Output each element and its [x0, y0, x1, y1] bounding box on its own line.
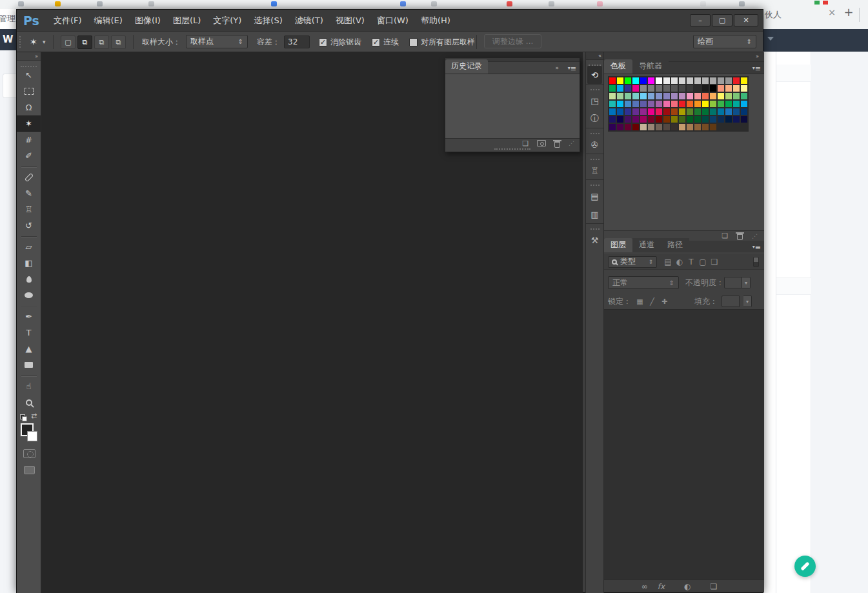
color-swatch[interactable] — [725, 92, 732, 100]
color-swatch[interactable] — [632, 108, 640, 116]
new-snapshot-icon[interactable] — [537, 140, 546, 146]
color-swatch[interactable] — [732, 77, 740, 85]
panel-tab[interactable]: 路径 — [661, 238, 689, 252]
menu-item[interactable]: 滤镜(T) — [295, 15, 323, 26]
color-swatch[interactable] — [624, 77, 632, 85]
new-selection-button[interactable]: ▢ — [61, 35, 76, 49]
default-colors-icon[interactable] — [20, 414, 26, 420]
color-swatch[interactable] — [701, 77, 709, 85]
bookmark-favicon[interactable] — [18, 1, 24, 6]
type-tool[interactable]: T — [17, 325, 41, 341]
color-swatch[interactable] — [671, 108, 678, 116]
color-swatch[interactable] — [655, 123, 663, 131]
bookmark-favicon[interactable] — [549, 1, 554, 6]
checkbox-icon[interactable]: ✓ — [319, 38, 327, 46]
3d-properties-panel-icon[interactable]: ◳ — [586, 92, 603, 110]
tool-button[interactable] — [17, 164, 41, 169]
option-checkbox[interactable]: ✓ 消除锯齿 — [319, 37, 361, 48]
color-swatch[interactable] — [616, 92, 624, 100]
eyedropper-tool[interactable]: ✐ — [17, 148, 41, 164]
color-swatch[interactable] — [732, 85, 740, 92]
dock-panel-icon[interactable] — [586, 128, 603, 136]
opacity-caret-icon[interactable]: ▾ — [742, 277, 751, 288]
color-swatch[interactable] — [624, 116, 632, 123]
filter-smart-objects-icon[interactable]: ❏ — [709, 257, 720, 266]
color-swatch[interactable] — [663, 116, 671, 123]
color-swatch[interactable] — [686, 77, 694, 85]
fill-caret-icon[interactable]: ▾ — [743, 296, 752, 307]
link-layers-icon[interactable]: ∞ — [641, 582, 648, 591]
color-swatch[interactable] — [640, 85, 647, 92]
layer-style-icon[interactable]: fx — [658, 582, 665, 591]
lock-transparent-pixels-icon[interactable]: ▦ — [635, 297, 645, 306]
color-swatch[interactable] — [640, 92, 647, 100]
color-swatch[interactable] — [616, 108, 624, 116]
color-swatch[interactable] — [701, 92, 709, 100]
color-swatch[interactable] — [717, 85, 725, 92]
color-swatch[interactable] — [709, 123, 717, 131]
options-grip[interactable] — [19, 36, 22, 48]
paint-bucket-tool[interactable]: ◧ — [17, 255, 41, 271]
panel-tab[interactable]: 图层 — [604, 238, 632, 252]
dock-panel-icon[interactable] — [586, 154, 603, 161]
color-swatch[interactable] — [740, 85, 748, 92]
color-swatch[interactable] — [709, 85, 717, 92]
color-swatch[interactable] — [709, 100, 717, 108]
color-swatch[interactable] — [740, 92, 748, 100]
color-swatch[interactable] — [632, 123, 640, 131]
opacity-input[interactable] — [724, 277, 742, 288]
screen-mode-button[interactable] — [24, 466, 35, 474]
color-swatch[interactable] — [640, 108, 647, 116]
resize-grip-icon[interactable]: ⋰ — [569, 140, 574, 146]
checkbox-icon[interactable]: ✓ — [372, 38, 380, 46]
refine-edge-button[interactable]: 调整边缘 ... — [484, 34, 541, 48]
color-swatch[interactable] — [640, 116, 647, 123]
color-swatch[interactable] — [732, 108, 740, 116]
color-swatch[interactable] — [694, 123, 701, 131]
color-swatch[interactable] — [678, 123, 686, 131]
blend-mode-dropdown[interactable]: 正常 ⇕ — [608, 276, 679, 289]
panel-tab[interactable]: 通道 — [632, 238, 661, 252]
color-swatch[interactable] — [616, 116, 624, 123]
color-swatch[interactable] — [686, 100, 694, 108]
bookmark-favicon[interactable] — [739, 1, 745, 6]
filter-pixel-layers-icon[interactable]: ▤ — [662, 257, 674, 266]
color-swatch[interactable] — [632, 92, 640, 100]
color-swatch[interactable] — [655, 77, 663, 85]
layer-filter-toggle[interactable] — [753, 257, 759, 267]
color-swatch[interactable] — [686, 108, 694, 116]
color-swatch[interactable] — [632, 85, 640, 92]
shape-tool[interactable] — [17, 357, 41, 373]
fill-input[interactable] — [722, 296, 740, 307]
color-swatch[interactable] — [709, 108, 717, 116]
menu-item[interactable]: 文件(F) — [54, 15, 82, 26]
move-tool[interactable]: ↖ — [17, 67, 41, 83]
new-tab-button[interactable]: + — [842, 5, 855, 19]
toolbar-collapse-icon[interactable]: » — [17, 52, 41, 61]
color-swatch[interactable] — [647, 85, 655, 92]
checkbox-icon[interactable]: ✓ — [409, 38, 418, 46]
color-swatch[interactable] — [725, 85, 732, 92]
color-swatch[interactable] — [632, 116, 640, 123]
color-swatch[interactable] — [655, 108, 663, 116]
color-swatch[interactable] — [678, 100, 686, 108]
color-swatch[interactable] — [655, 116, 663, 123]
color-swatch[interactable] — [694, 100, 701, 108]
path-selection-tool[interactable]: ▲ — [17, 341, 41, 357]
maximize-button[interactable]: ▢ — [712, 14, 732, 26]
lock-all-icon[interactable] — [672, 297, 681, 306]
color-swatch[interactable] — [663, 77, 671, 85]
bookmark-favicon[interactable] — [700, 1, 706, 6]
info-panel-icon[interactable]: ⓘ — [586, 110, 603, 128]
color-swatch[interactable] — [609, 116, 616, 123]
color-swatch[interactable] — [655, 85, 663, 92]
color-swatch[interactable] — [671, 77, 678, 85]
tool-button[interactable] — [17, 303, 41, 308]
color-swatch[interactable] — [678, 116, 686, 123]
clone-stamp-tool[interactable]: ♖ — [17, 201, 41, 217]
color-swatch[interactable] — [671, 85, 678, 92]
bookmark-favicon[interactable] — [97, 1, 103, 6]
color-swatch[interactable] — [616, 85, 624, 92]
panel-menu-icon[interactable]: ▾≡ — [752, 65, 760, 73]
color-swatch[interactable] — [640, 123, 647, 131]
